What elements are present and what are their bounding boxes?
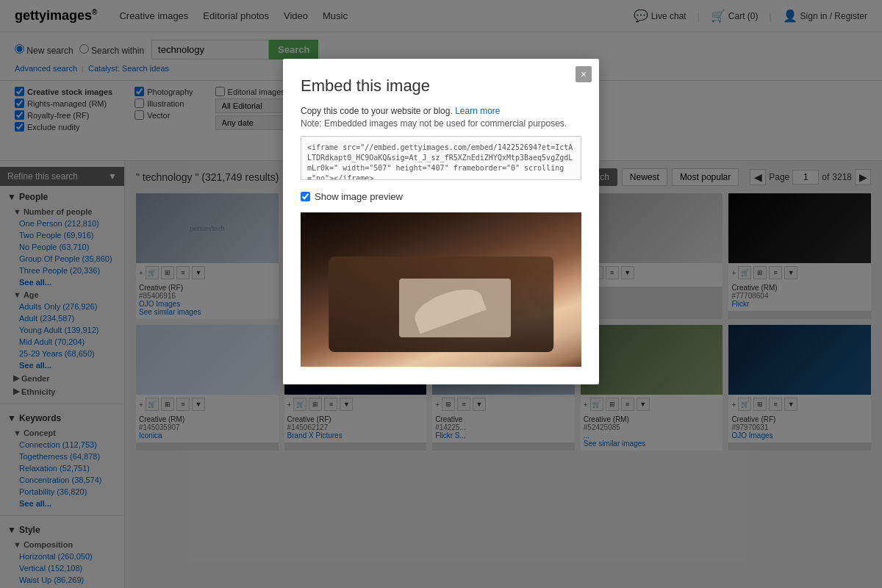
- embed-modal: × Embed this image Copy this code to you…: [283, 59, 599, 384]
- modal-overlay[interactable]: × Embed this image Copy this code to you…: [0, 0, 882, 588]
- modal-note: Note: Embedded images may not be used fo…: [301, 118, 581, 129]
- modal-subtitle: Copy this code to your website or blog. …: [301, 106, 581, 116]
- show-preview-row: Show image preview: [301, 191, 581, 202]
- modal-title: Embed this image: [301, 76, 581, 96]
- show-preview-checkbox[interactable]: [301, 192, 310, 201]
- modal-preview-image: [301, 212, 581, 367]
- show-preview-label[interactable]: Show image preview: [315, 191, 403, 202]
- learn-more-link[interactable]: Learn more: [455, 106, 500, 116]
- embed-code-textarea[interactable]: <iframe src="//embed.gettyimages.com/emb…: [301, 136, 581, 180]
- modal-close-btn[interactable]: ×: [576, 66, 592, 82]
